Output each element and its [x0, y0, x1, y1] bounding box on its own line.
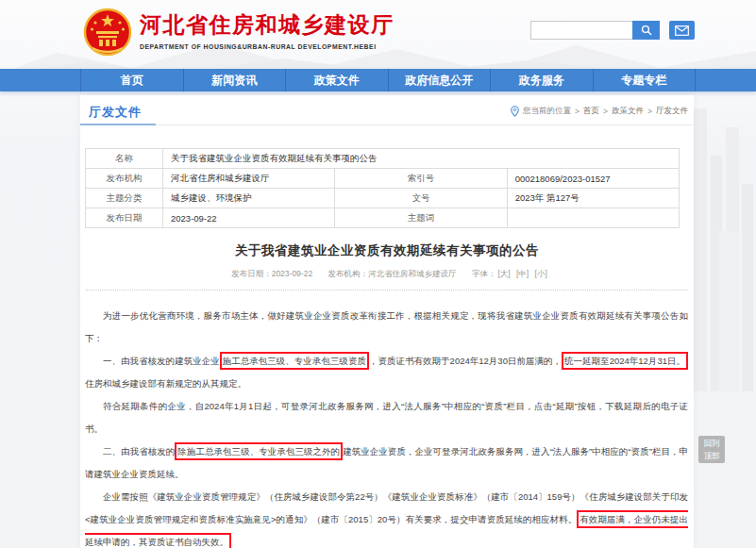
paragraph-text: 住房和城乡建设部有新规定的从其规定。 [85, 378, 246, 389]
back-to-top-label-line1: 回到 [698, 438, 725, 450]
page: 河北省住房和城乡建设厅 DEPARTMENT OF HOUSING&URBAN-… [0, 0, 756, 548]
article-title: 关于我省建筑业企业资质有效期延续有关事项的公告 [80, 242, 694, 259]
meta-docnum-label: 文号 [335, 189, 507, 208]
red-highlight-box: 除施工总承包三级、专业承包三级之外的 [175, 442, 343, 460]
article-body: 为进一步优化营商环境，服务市场主体，做好建筑业企业资质改革衔接工作，根据相关规定… [85, 305, 688, 548]
meta-docnum-value: 2023年 第127号 [507, 189, 679, 208]
meta-index-label: 索引号 [335, 169, 507, 189]
back-to-top-button[interactable]: 回到 顶部 [698, 436, 725, 463]
search-input[interactable] [530, 21, 632, 40]
paragraph-text: ，资质证书有效期于2024年12月30日前届满的， [369, 356, 562, 366]
location-pin-icon [511, 106, 519, 117]
nav-item-policy[interactable]: 政策文件 [286, 69, 389, 91]
table-row: 发布机构 河北省住房和城乡建设厅 索引号 000218069/2023-0152… [86, 169, 680, 189]
article-pub-date: 发布日期：2023-09-22 [231, 269, 312, 278]
nav-item-home[interactable]: 首页 [80, 69, 184, 91]
site-subtitle: DEPARTMENT OF HOUSING&URBAN-RURAL DEVELO… [140, 43, 395, 50]
red-highlight-box: 施工总承包三级、专业承包三级资质 [220, 352, 369, 370]
paragraph-text: 为进一步优化营商环境，服务市场主体，做好建筑业企业资质改革衔接工作，根据相关规定… [85, 310, 688, 343]
meta-date-label: 发布日期 [86, 208, 163, 228]
meta-index-value: 000218069/2023-01527 [507, 169, 679, 189]
nav-item-services[interactable]: 政务服务 [491, 69, 594, 91]
city-skyline-watermark [690, 99, 756, 420]
nav-item-gov-info[interactable]: 政府信息公开 [389, 69, 492, 91]
dotted-divider [86, 290, 688, 291]
table-row: 主题分类 城乡建设、环境保护 文号 2023年 第127号 [86, 189, 680, 208]
paragraph-requirements: 企业需按照《建筑业企业资质管理规定》（住房城乡建设部令第22号）《建筑业企业资质… [85, 486, 688, 548]
search-button[interactable] [632, 21, 660, 40]
section-title: 厅发文件 [89, 104, 142, 121]
national-emblem-icon [83, 7, 132, 59]
section-header: 厅发文件 您当前的位置 > 首页 > 政策文件 > 厅发文件 [80, 95, 694, 125]
paragraph-condition: 符合延期条件的企业，自2024年1月1日起，可登录河北政务服务网，进入“法人服务… [85, 395, 688, 440]
paragraph-item-1: 一、由我省核发的建筑业企业施工总承包三级、专业承包三级资质，资质证书有效期于20… [85, 350, 688, 395]
mail-icon [675, 25, 689, 36]
section-underline [80, 124, 156, 125]
breadcrumb-current[interactable]: 厅发文件 [656, 106, 688, 117]
meta-org-value: 河北省住房和城乡建设厅 [163, 169, 335, 189]
red-highlight-box: 统一延期至2024年12月31日。 [562, 352, 688, 370]
breadcrumb-separator: > [647, 107, 652, 116]
paragraph-item-2: 二、由我省核发的除施工总承包三级、专业承包三级之外的建筑业企业资质，企业可登录河… [85, 440, 688, 486]
site-title-block: 河北省住房和城乡建设厅 DEPARTMENT OF HOUSING&URBAN-… [140, 10, 395, 50]
paragraph-text: 符合延期条件的企业，自2024年1月1日起，可登录河北政务服务网，进入“法人服务… [85, 401, 688, 434]
meta-keyword-value [507, 208, 679, 228]
font-size-medium-button[interactable]: [中] [516, 269, 529, 278]
mail-button[interactable] [669, 21, 695, 40]
breadcrumb: 您当前的位置 > 首页 > 政策文件 > 厅发文件 [511, 106, 688, 117]
paragraph-text: 二、由我省核发的 [103, 446, 175, 457]
search-group [530, 21, 695, 40]
font-size-small-button[interactable]: [小] [535, 269, 547, 278]
font-size-large-button[interactable]: [大] [497, 269, 510, 278]
meta-date-value: 2023-09-22 [163, 208, 335, 228]
nav-item-topics[interactable]: 专题专栏 [594, 69, 697, 91]
meta-name-value: 关于我省建筑业企业资质有效期延续有关事项的公告 [163, 149, 680, 169]
document-meta-table: 名称 关于我省建筑业企业资质有效期延续有关事项的公告 发布机构 河北省住房和城乡… [85, 148, 680, 228]
table-row: 发布日期 2023-09-22 主题词 [86, 208, 680, 228]
table-row: 名称 关于我省建筑业企业资质有效期延续有关事项的公告 [86, 149, 680, 169]
font-size-label: 字体： [472, 269, 496, 278]
meta-org-label: 发布机构 [86, 169, 163, 189]
meta-name-label: 名称 [86, 149, 163, 169]
paragraph-intro: 为进一步优化营商环境，服务市场主体，做好建筑业企业资质改革衔接工作，根据相关规定… [85, 305, 688, 350]
main-nav-items: 首页 新闻资讯 政策文件 政府信息公开 政务服务 专题专栏 [80, 69, 696, 91]
meta-keyword-label: 主题词 [335, 208, 507, 228]
meta-topic-label: 主题分类 [86, 189, 163, 208]
article-pub-org: 发布机构：河北省住房和城乡建设厅 [328, 269, 457, 278]
breadcrumb-prefix: 您当前的位置 [523, 106, 571, 117]
nav-item-news[interactable]: 新闻资讯 [184, 69, 287, 91]
breadcrumb-policy[interactable]: 政策文件 [612, 106, 644, 117]
main-nav: 首页 新闻资讯 政策文件 政府信息公开 政务服务 专题专栏 [0, 69, 756, 91]
breadcrumb-separator: > [575, 107, 580, 116]
breadcrumb-separator: > [603, 107, 608, 116]
content-card: 厅发文件 您当前的位置 > 首页 > 政策文件 > 厅发文件 名称 关于我省建筑… [80, 95, 694, 548]
breadcrumb-home[interactable]: 首页 [583, 106, 599, 117]
site-header: 河北省住房和城乡建设厅 DEPARTMENT OF HOUSING&URBAN-… [0, 0, 756, 69]
paragraph-text: 一、由我省核发的建筑业企业 [103, 356, 220, 366]
article-meta-line: 发布日期：2023-09-22 发布机构：河北省住房和城乡建设厅 字体：[大] … [80, 269, 694, 280]
search-icon [641, 25, 652, 36]
back-to-top-label-line2: 顶部 [698, 450, 725, 462]
meta-topic-value: 城乡建设、环境保护 [163, 189, 335, 208]
site-title: 河北省住房和城乡建设厅 [140, 10, 395, 40]
